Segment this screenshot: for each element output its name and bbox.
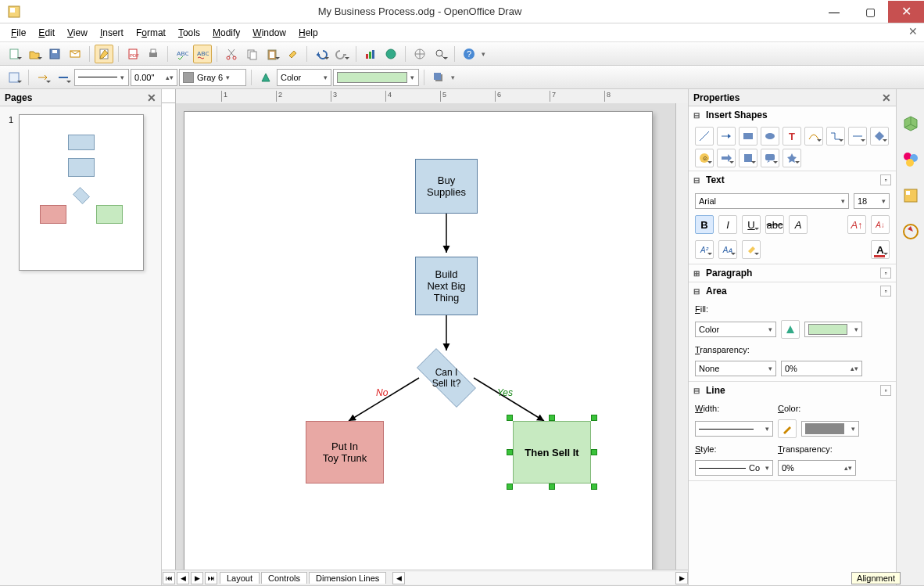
menu-view[interactable]: View xyxy=(61,26,94,40)
super-sub-button[interactable]: A² xyxy=(695,240,714,259)
print-button[interactable] xyxy=(144,45,163,63)
tab-layout[interactable]: Layout xyxy=(220,572,260,584)
section-insert-shapes[interactable]: Insert Shapes xyxy=(706,110,768,120)
shape-star[interactable] xyxy=(783,149,801,167)
font-color-button[interactable]: A xyxy=(871,240,890,259)
pages-panel-close[interactable]: ✕ xyxy=(147,92,156,104)
decrease-font-button[interactable]: A↓ xyxy=(871,215,890,234)
bold-button[interactable]: B xyxy=(695,215,714,234)
section-text[interactable]: Text xyxy=(706,174,725,185)
flowchart-box-sellit[interactable]: Then Sell It xyxy=(513,421,591,484)
area-more[interactable]: ▫ xyxy=(880,286,891,297)
shape-curve[interactable] xyxy=(804,127,823,146)
fill-type-combo[interactable]: Color▾ xyxy=(695,322,776,337)
export-pdf-button[interactable]: PDF xyxy=(124,45,142,63)
format-paintbrush-button[interactable] xyxy=(283,45,302,63)
menu-insert[interactable]: Insert xyxy=(94,26,130,40)
chart-button[interactable] xyxy=(361,45,380,63)
increase-font-button[interactable]: A↑ xyxy=(847,215,866,234)
shadow-text-button[interactable]: A xyxy=(789,215,808,234)
open-button[interactable] xyxy=(25,45,44,63)
tab-first[interactable]: ⏮ xyxy=(163,572,175,584)
shape-ellipse[interactable] xyxy=(761,127,779,146)
flowchart-box-toytrunk[interactable]: Put In Toy Trunk xyxy=(306,421,384,484)
sidebar-styles-icon[interactable] xyxy=(900,149,922,171)
close-document-button[interactable]: ✕ xyxy=(908,25,918,38)
sidebar-navigator-icon[interactable] xyxy=(900,221,922,243)
maximize-button[interactable]: ▢ xyxy=(852,1,888,23)
sidebar-3d-icon[interactable] xyxy=(900,113,922,135)
transparency-type-combo[interactable]: None▾ xyxy=(695,361,776,376)
toolbar-overflow[interactable]: ▾ xyxy=(482,50,489,58)
autospellcheck-button[interactable]: ABC xyxy=(193,45,212,63)
font-name-combo[interactable]: Arial▾ xyxy=(695,193,849,209)
properties-close[interactable]: ✕ xyxy=(882,92,891,104)
shape-connector[interactable] xyxy=(826,127,845,146)
tab-last[interactable]: ⏭ xyxy=(205,572,217,584)
tab-next[interactable]: ▶ xyxy=(191,572,203,584)
tab-dimension-lines[interactable]: Dimension Lines xyxy=(309,572,386,584)
shape-rect[interactable] xyxy=(739,127,757,146)
tab-controls[interactable]: Controls xyxy=(261,572,307,584)
shape-arrow[interactable] xyxy=(717,127,736,146)
line-width-picker[interactable]: ▾ xyxy=(695,421,773,437)
page-thumbnail[interactable]: 1 xyxy=(19,114,144,271)
minimize-button[interactable]: — xyxy=(816,1,852,23)
shape-block-arrow[interactable] xyxy=(717,149,736,167)
line-style-picker2[interactable]: Co▾ xyxy=(695,460,773,476)
copy-button[interactable] xyxy=(242,45,261,63)
ruler-vertical[interactable] xyxy=(162,103,176,570)
canvas-scroll[interactable]: Buy Supplies Build Next Big Thing Can I … xyxy=(176,103,675,570)
shape-text[interactable]: T xyxy=(783,127,801,146)
shape-basic[interactable] xyxy=(870,127,889,146)
menu-window[interactable]: Window xyxy=(246,26,292,40)
toolbar2-overflow[interactable]: ▾ xyxy=(451,74,459,81)
section-paragraph[interactable]: Paragraph xyxy=(706,268,752,279)
highlight-button[interactable] xyxy=(742,240,761,259)
fill-color-combo[interactable]: ▾ xyxy=(333,69,419,86)
transparency-value[interactable]: 0%▴▾ xyxy=(781,361,862,376)
sidebar-gallery-icon[interactable] xyxy=(900,185,922,207)
flowchart-box-buy-supplies[interactable]: Buy Supplies xyxy=(415,159,478,214)
spellcheck-button[interactable]: ABC xyxy=(173,45,192,63)
line-style-picker[interactable] xyxy=(54,68,73,87)
text-more[interactable]: ▫ xyxy=(880,174,891,185)
horizontal-scrollbar[interactable]: ◀▶ xyxy=(392,572,688,584)
strikethrough-button[interactable]: abc xyxy=(765,215,784,234)
redo-button[interactable] xyxy=(332,45,351,63)
fill-color-picker[interactable]: ▾ xyxy=(804,322,862,337)
shape-flowchart[interactable] xyxy=(739,149,757,167)
drawing-page[interactable]: Buy Supplies Build Next Big Thing Can I … xyxy=(184,111,653,570)
menu-tools[interactable]: Tools xyxy=(172,26,206,40)
close-button[interactable]: ✕ xyxy=(888,1,924,23)
shape-callout[interactable] xyxy=(761,149,779,167)
menu-format[interactable]: Format xyxy=(130,26,172,40)
save-button[interactable] xyxy=(45,45,64,63)
line-transparency-value[interactable]: 0%▴▾ xyxy=(778,460,856,476)
shape-line[interactable] xyxy=(695,127,714,146)
underline-button[interactable]: U xyxy=(742,215,761,234)
new-button[interactable] xyxy=(5,45,23,63)
edit-file-button[interactable] xyxy=(95,45,113,63)
undo-button[interactable] xyxy=(312,45,331,63)
fill-type-combo[interactable]: Color▾ xyxy=(277,69,331,86)
line-color-picker[interactable]: ▾ xyxy=(801,421,859,437)
line-style-combo[interactable]: ▾ xyxy=(74,69,129,86)
paste-button[interactable] xyxy=(263,45,281,63)
flowchart-decision[interactable]: Can I Sell It? xyxy=(407,351,485,405)
email-button[interactable] xyxy=(66,45,84,63)
menu-file[interactable]: File xyxy=(5,26,32,40)
navigator-button[interactable] xyxy=(410,45,429,63)
flowchart-box-build[interactable]: Build Next Big Thing xyxy=(415,257,478,315)
help-button[interactable]: ? xyxy=(460,45,478,63)
italic-button[interactable]: I xyxy=(718,215,737,234)
arrow-style-button[interactable] xyxy=(34,68,52,87)
vertical-scrollbar[interactable] xyxy=(675,103,688,570)
font-size-combo[interactable]: 18▾ xyxy=(854,193,890,209)
shadow-button[interactable] xyxy=(429,68,448,87)
shape-lines-group[interactable] xyxy=(848,127,867,146)
shape-symbol[interactable]: ☺ xyxy=(695,149,714,167)
line-color-combo[interactable]: Gray 6▾ xyxy=(179,69,246,86)
menu-edit[interactable]: Edit xyxy=(32,26,61,40)
styles-button[interactable] xyxy=(5,68,23,87)
